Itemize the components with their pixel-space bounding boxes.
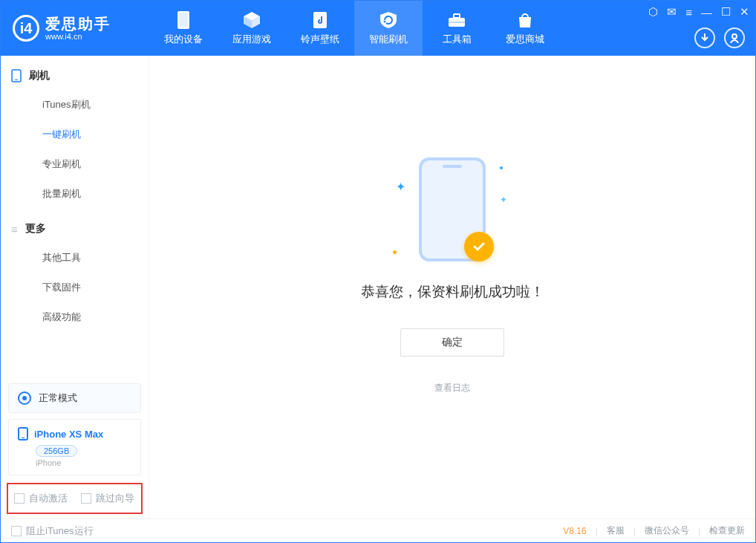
footer-link-wechat[interactable]: 微信公众号	[645, 524, 689, 537]
status-label: 正常模式	[39, 391, 77, 405]
user-icon	[729, 33, 740, 43]
check-icon	[472, 239, 486, 254]
body: 刷机 iTunes刷机 一键刷机 专业刷机 批量刷机 ≡ 更多 其他工具 下载固…	[1, 56, 755, 518]
account-button[interactable]	[724, 27, 745, 48]
svg-rect-10	[449, 22, 465, 23]
sidebar-item-batch-flash[interactable]: 批量刷机	[1, 179, 149, 209]
nav-tab-apps[interactable]: 应用游戏	[218, 1, 286, 56]
separator: |	[596, 526, 598, 536]
bag-icon	[515, 10, 535, 30]
brand-text: 爱思助手 www.i4.cn	[45, 16, 111, 41]
nav-label: 铃声壁纸	[301, 33, 339, 46]
checkbox-block-itunes[interactable]: 阻止iTunes运行	[11, 524, 94, 538]
nav-label: 我的设备	[164, 33, 203, 46]
nav-label: 智能刷机	[369, 33, 408, 46]
main-content: ✦ ✦ 恭喜您，保资料刷机成功啦！ 确定 查看日志	[149, 56, 755, 518]
menu-icon[interactable]: ≡	[685, 6, 692, 19]
view-log-link[interactable]: 查看日志	[434, 382, 470, 394]
checkbox-label: 跳过向导	[96, 492, 134, 505]
music-file-icon	[310, 10, 330, 30]
svg-point-2	[183, 27, 184, 28]
toolbox-icon	[447, 10, 466, 30]
phone-outline-icon	[11, 69, 22, 82]
nav-tab-rings[interactable]: 铃声壁纸	[286, 1, 354, 56]
device-type: iPhone	[36, 458, 131, 467]
logo-icon: i4	[13, 15, 39, 42]
skin-icon[interactable]: ⬡	[648, 5, 658, 19]
app-window: i4 爱思助手 www.i4.cn 我的设备 应用游戏 铃声壁纸 智能刷机	[0, 0, 756, 543]
list-icon: ≡	[11, 223, 18, 235]
device-status-card[interactable]: 正常模式	[8, 383, 141, 413]
ok-button[interactable]: 确定	[400, 328, 504, 357]
sidebar-section-flash: 刷机	[1, 56, 149, 90]
status-indicator-icon	[18, 391, 31, 405]
header-action-buttons	[694, 27, 745, 48]
phone-illustration: ✦ ✦	[408, 157, 497, 269]
device-name-row: iPhone XS Max	[18, 427, 131, 440]
checkbox-skip-guide[interactable]: 跳过向导	[81, 492, 134, 505]
sidebar-item-pro-flash[interactable]: 专业刷机	[1, 149, 149, 179]
download-icon	[700, 33, 710, 43]
sidebar-item-itunes-flash[interactable]: iTunes刷机	[1, 90, 149, 120]
svg-point-11	[732, 34, 737, 39]
separator: |	[698, 526, 700, 536]
checkbox-auto-activate[interactable]: 自动激活	[14, 492, 68, 505]
checkbox-label: 自动激活	[29, 492, 68, 505]
success-hero: ✦ ✦ 恭喜您，保资料刷机成功啦！ 确定 查看日志	[361, 157, 544, 394]
separator: |	[633, 526, 636, 536]
svg-rect-9	[454, 14, 460, 18]
nav-tab-device[interactable]: 我的设备	[149, 1, 218, 56]
device-card[interactable]: iPhone XS Max 256GB iPhone	[8, 419, 141, 475]
section-title-label: 刷机	[29, 69, 50, 82]
device-capacity-badge: 256GB	[36, 445, 77, 457]
brand-logo: i4 爱思助手 www.i4.cn	[1, 15, 149, 42]
sparkle-icon: ✦	[396, 180, 405, 194]
success-check-badge	[464, 232, 494, 261]
title-bar: i4 爱思助手 www.i4.cn 我的设备 应用游戏 铃声壁纸 智能刷机	[1, 1, 755, 56]
sidebar-section-more: ≡ 更多	[1, 209, 149, 243]
maximize-button[interactable]: ☐	[721, 5, 731, 19]
shield-refresh-icon	[379, 10, 398, 30]
nav-label: 工具箱	[443, 33, 472, 46]
device-name: iPhone XS Max	[34, 429, 103, 440]
cube-icon	[242, 10, 261, 30]
footer: 阻止iTunes运行 V8.16 | 客服 | 微信公众号 | 检查更新	[1, 518, 755, 542]
download-button[interactable]	[694, 27, 715, 48]
sidebar-item-download-fw[interactable]: 下载固件	[1, 273, 149, 302]
success-message: 恭喜您，保资料刷机成功啦！	[361, 282, 544, 302]
sidebar-item-other-tools[interactable]: 其他工具	[1, 243, 149, 273]
section-title-label: 更多	[25, 222, 46, 235]
phone-icon	[18, 427, 28, 440]
brand-name: 爱思助手	[45, 16, 111, 32]
sparkle-icon: ✦	[500, 195, 507, 205]
sidebar-item-oneclick-flash[interactable]: 一键刷机	[1, 120, 149, 149]
checkbox-label: 阻止iTunes运行	[26, 524, 94, 538]
minimize-button[interactable]: —	[701, 6, 712, 19]
sparkle-dot-icon	[393, 250, 397, 254]
nav-tab-flash[interactable]: 智能刷机	[354, 1, 423, 56]
svg-rect-1	[179, 13, 188, 26]
nav-tab-tools[interactable]: 工具箱	[423, 1, 491, 56]
footer-link-support[interactable]: 客服	[607, 524, 625, 537]
sidebar-item-advanced[interactable]: 高级功能	[1, 302, 149, 332]
feedback-icon[interactable]: ✉	[667, 5, 677, 19]
checkbox-box-icon	[14, 493, 25, 504]
nav-tabs: 我的设备 应用游戏 铃声壁纸 智能刷机 工具箱 爱思商城	[149, 1, 559, 56]
svg-rect-13	[15, 79, 18, 80]
sparkle-dot-icon	[500, 166, 503, 169]
device-icon	[174, 10, 193, 30]
highlighted-options-box: 自动激活 跳过向导	[7, 483, 143, 514]
version-label: V8.16	[563, 526, 586, 536]
nav-label: 爱思商城	[506, 33, 544, 46]
footer-link-update[interactable]: 检查更新	[709, 524, 745, 537]
nav-label: 应用游戏	[232, 33, 271, 46]
checkbox-box-icon	[11, 526, 22, 536]
brand-url: www.i4.cn	[45, 32, 111, 41]
sidebar: 刷机 iTunes刷机 一键刷机 专业刷机 批量刷机 ≡ 更多 其他工具 下载固…	[1, 56, 149, 518]
checkbox-box-icon	[81, 493, 91, 504]
close-button[interactable]: ✕	[740, 5, 749, 19]
window-controls: ⬡ ✉ ≡ — ☐ ✕	[648, 5, 749, 19]
nav-tab-store[interactable]: 爱思商城	[491, 1, 559, 56]
